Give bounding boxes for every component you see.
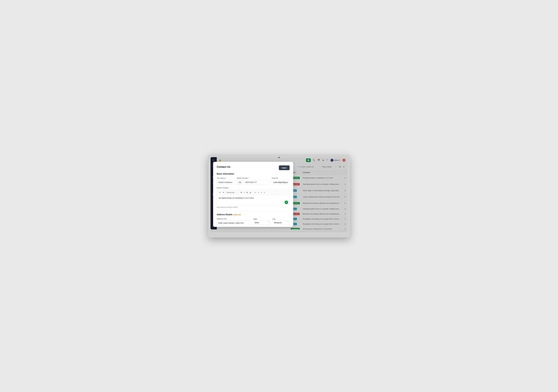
city-select[interactable]: Bairgania Patna [272, 220, 290, 225]
address-title: Address Details (Optional) [217, 213, 290, 216]
bold-button[interactable]: B [240, 191, 243, 194]
modal-overlay: Contact Us Save Basic Information Your N… [210, 157, 348, 230]
align-left-button[interactable]: ≡ [254, 191, 257, 194]
device-problem-label: Device Problem [217, 187, 290, 189]
char-limit-note: Max allowed characters 50000 [217, 206, 290, 208]
underline-button[interactable]: U [249, 191, 252, 194]
save-button[interactable]: Save [279, 165, 290, 170]
state-select[interactable]: Bihar Delhi Maharashtra [253, 220, 270, 225]
editor-content: My laptop keeps on restarting in 2 to 3 … [219, 197, 254, 199]
phone-prefix [237, 180, 243, 185]
editor-body[interactable]: My laptop keeps on restarting in 2 to 3 … [217, 195, 289, 205]
align-center-button[interactable]: ≡ [257, 191, 260, 194]
mobile-label: Mobile Number * [237, 177, 270, 179]
name-input[interactable] [217, 180, 235, 185]
redo-button[interactable]: ↪ [222, 191, 225, 194]
basic-info-title: Basic Information [217, 173, 290, 175]
phone-number-input[interactable] [244, 180, 270, 185]
address-label: Address Line [217, 218, 251, 220]
undo-button[interactable]: ↩ [218, 191, 221, 194]
name-label: Your Name * [217, 177, 235, 179]
ai-icon[interactable]: ✦ [285, 201, 288, 204]
state-label: State [253, 218, 257, 220]
email-input[interactable] [272, 180, 290, 185]
city-label: City [272, 218, 275, 220]
modal-card: Contact Us Save Basic Information Your N… [213, 162, 293, 227]
align-right-button[interactable]: ≡ [260, 191, 263, 194]
modal-title: Contact Us [217, 165, 230, 168]
editor-container: ↩ ↪ Normal text Heading 1 Heading 2 ▾ [217, 190, 290, 205]
laptop-base [210, 230, 348, 232]
email-label: Email ID [272, 177, 290, 179]
align-justify-button[interactable]: ≡ [263, 191, 266, 194]
text-style-select[interactable]: Normal text Heading 1 Heading 2 [225, 191, 238, 194]
address-input[interactable] [217, 221, 251, 225]
editor-toolbar: ↩ ↪ Normal text Heading 1 Heading 2 ▾ [217, 190, 289, 195]
strikethrough-button[interactable]: S [246, 191, 249, 194]
italic-button[interactable]: I [243, 191, 245, 194]
